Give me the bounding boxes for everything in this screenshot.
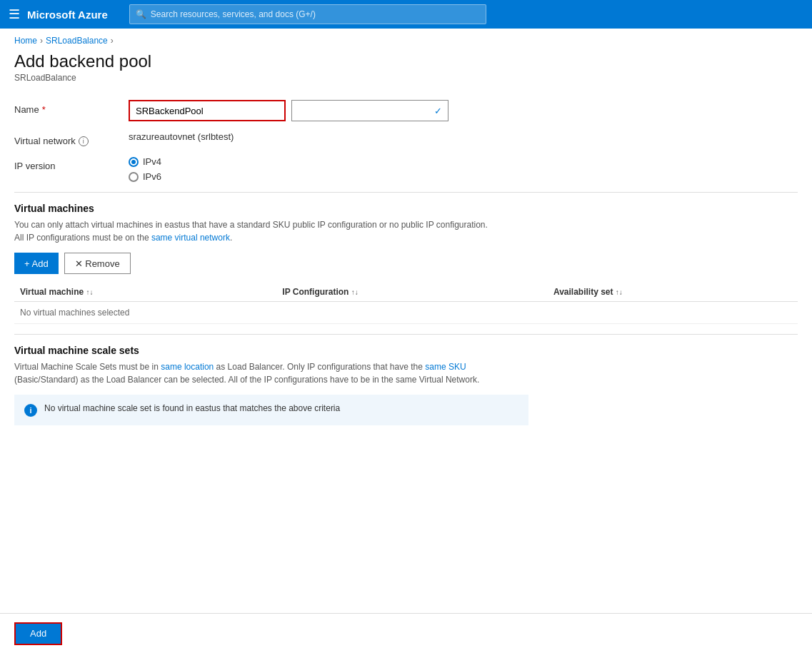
col-vm: Virtual machine ↑↓ (14, 283, 276, 302)
vm-desc-part2: All IP configurations must be on the (14, 233, 151, 243)
table-row-empty: No virtual machines selected (14, 302, 798, 324)
vmss-link-sku[interactable]: same SKU (425, 362, 466, 372)
breadcrumb-parent[interactable]: SRLoadBalance (46, 36, 108, 46)
menu-icon[interactable]: ☰ (9, 6, 20, 22)
vmss-section-desc: Virtual Machine Scale Sets must be in sa… (14, 360, 798, 386)
name-required: * (42, 104, 46, 115)
topnav: ☰ Microsoft Azure 🔍 Search resources, se… (0, 0, 812, 29)
chevron-down-icon: ✓ (434, 106, 442, 116)
breadcrumb-sep1: › (40, 36, 43, 46)
sort-icon-ip[interactable]: ↑↓ (351, 288, 359, 296)
section-divider-2 (14, 334, 798, 335)
virtual-network-info-icon[interactable]: i (79, 136, 89, 146)
ipv4-label: IPv4 (143, 156, 161, 167)
page-title: Add backend pool (14, 51, 798, 71)
name-label: Name * (14, 100, 129, 115)
vmss-desc-part1: Virtual Machine Scale Sets must be in sa… (14, 362, 466, 372)
ip-version-row: IP version IPv4 IPv6 (14, 156, 798, 182)
breadcrumb-home[interactable]: Home (14, 36, 37, 46)
ipv6-radio-row: IPv6 (129, 171, 161, 182)
table-header-row: Virtual machine ↑↓ IP Configuration ↑↓ A… (14, 283, 798, 302)
sort-icon-avail[interactable]: ↑↓ (616, 288, 623, 296)
col-ip: IP Configuration ↑↓ (276, 283, 548, 302)
ipv6-radio[interactable] (129, 172, 139, 182)
name-input[interactable] (129, 100, 286, 121)
vm-desc-link[interactable]: same virtual network (151, 233, 230, 243)
vm-button-row: + Add ✕ Remove (14, 253, 798, 274)
virtual-network-value: srazureautovnet (srlbtest) (129, 131, 234, 142)
vmss-section-heading: Virtual machine scale sets (14, 345, 798, 356)
ip-version-control-area: IPv4 IPv6 (129, 156, 798, 182)
col-avail: Availability set ↑↓ (548, 283, 798, 302)
ip-version-label: IP version (14, 156, 129, 171)
add-vm-button[interactable]: + Add (14, 253, 59, 274)
vmss-info-box: i No virtual machine scale set is found … (14, 395, 528, 425)
virtual-network-row: Virtual network i srazureautovnet (srlbt… (14, 131, 798, 146)
name-control-area: ✓ (129, 100, 798, 121)
vm-table: Virtual machine ↑↓ IP Configuration ↑↓ A… (14, 283, 798, 324)
app-title: Microsoft Azure (27, 9, 108, 21)
sort-icon-vm[interactable]: ↑↓ (86, 288, 94, 296)
vmss-desc-part2: (Basic/Standard) as the Load Balancer ca… (14, 375, 479, 385)
content-area: Name * ✓ Virtual network i srazureautovn… (0, 88, 812, 437)
table-empty-message: No virtual machines selected (14, 302, 798, 324)
name-row: Name * ✓ (14, 100, 798, 121)
section-divider-1 (14, 192, 798, 193)
virtual-network-label: Virtual network i (14, 131, 129, 146)
info-icon: i (24, 404, 37, 417)
search-placeholder-text: Search resources, services, and docs (G+… (151, 9, 316, 19)
search-bar[interactable]: 🔍 Search resources, services, and docs (… (129, 4, 486, 24)
vm-section-desc: You can only attach virtual machines in … (14, 218, 798, 244)
vm-section-heading: Virtual machines (14, 203, 798, 214)
name-dropdown[interactable]: ✓ (291, 100, 448, 121)
vm-desc-period: . (230, 233, 232, 243)
ipv4-radio-row: IPv4 (129, 156, 161, 167)
page-header: Add backend pool SRLoadBalance (0, 49, 812, 88)
breadcrumb: Home › SRLoadBalance › (0, 29, 812, 49)
ipv6-label: IPv6 (143, 171, 161, 182)
ipv4-radio[interactable] (129, 157, 139, 167)
vmss-info-message: No virtual machine scale set is found in… (44, 403, 340, 413)
virtual-network-value-area: srazureautovnet (srlbtest) (129, 131, 798, 142)
vm-desc-part1: You can only attach virtual machines in … (14, 220, 488, 230)
remove-vm-button[interactable]: ✕ Remove (64, 253, 131, 274)
ip-version-radio-group: IPv4 IPv6 (129, 156, 161, 182)
search-icon: 🔍 (136, 9, 146, 19)
breadcrumb-sep2: › (111, 36, 114, 46)
vmss-link-location[interactable]: same location (161, 362, 214, 372)
page-subtitle: SRLoadBalance (14, 73, 798, 83)
